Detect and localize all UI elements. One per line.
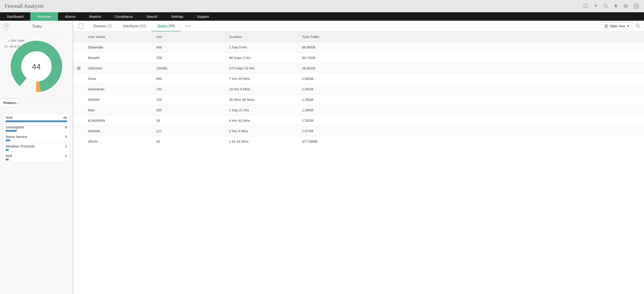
- nav-item-alarms[interactable]: Alarms: [58, 12, 82, 21]
- protocol-row[interactable]: Unassigned8: [4, 123, 69, 133]
- svg-point-4: [604, 4, 607, 7]
- clock-icon[interactable]: [4, 23, 10, 29]
- protocol-bar: [6, 139, 10, 141]
- protocol-count: 2: [65, 144, 67, 148]
- cell-traffic: 477.93MB: [302, 139, 644, 143]
- nav-item-inventory[interactable]: Inventory: [30, 12, 58, 21]
- cell-traffic: 1.68GB: [302, 77, 644, 80]
- tab-count: (46): [168, 24, 175, 28]
- protocol-bar: [6, 120, 67, 122]
- tab-label: Interfaces: [123, 24, 139, 28]
- table-row[interactable]: Mari2031 Day 21 Hrs1.34GB: [73, 105, 644, 115]
- svg-point-14: [636, 24, 639, 27]
- protocol-row[interactable]: Windows Protocols2: [4, 142, 69, 152]
- main-nav: DashboardInventoryAlarmsReportsComplianc…: [0, 12, 644, 21]
- nav-item-support[interactable]: Support: [190, 12, 216, 21]
- gear-icon[interactable]: [623, 3, 628, 9]
- cell-username: Unknown: [84, 66, 156, 70]
- donut-center-value: 44: [32, 62, 41, 71]
- protocol-name: Name Service: [6, 135, 27, 139]
- cell-username: KUMARAN: [84, 119, 156, 122]
- protocol-row[interactable]: Mail2: [4, 152, 69, 162]
- cell-traffic: 28.82GB: [302, 66, 644, 70]
- refresh-indicator-icon[interactable]: [78, 23, 84, 29]
- nav-item-compliance[interactable]: Compliance: [108, 12, 140, 21]
- bell-icon[interactable]: [613, 3, 618, 9]
- view-selector-label: Table View: [610, 24, 625, 28]
- cell-hits: 120: [156, 98, 229, 101]
- grid-icon: [604, 24, 608, 28]
- protocol-bar: [6, 159, 9, 160]
- cell-traffic: 66.74GB: [302, 56, 644, 60]
- nav-item-dashboard[interactable]: Dashboard: [0, 12, 30, 21]
- table-search-icon[interactable]: [635, 23, 640, 29]
- protocol-bar: [6, 130, 16, 132]
- column-header-traffic[interactable]: Total Traffic: [302, 35, 644, 39]
- table-row[interactable]: ASWIM12035 Mins 48 Secs1.35GB: [73, 94, 644, 105]
- nav-item-settings[interactable]: Settings: [164, 12, 190, 21]
- table-row[interactable]: iUnknown184381273 Days 23 Hrs28.82GB: [73, 63, 644, 73]
- row-icon-cell: [73, 139, 84, 143]
- nav-item-search[interactable]: Search: [140, 12, 164, 21]
- tab-interfaces[interactable]: Interfaces (58): [117, 21, 152, 31]
- table-row[interactable]: Deva9937 Hrs 59 Mins1.68GB: [73, 73, 644, 84]
- info-icon[interactable]: i: [77, 66, 80, 70]
- more-tabs-icon[interactable]: •••: [180, 23, 196, 29]
- cell-hits: 184381: [156, 66, 229, 70]
- cell-traffic: 1.35GB: [302, 98, 644, 101]
- protocol-name: Unassigned: [6, 125, 24, 129]
- top-header: Firewall Analyzer: [0, 0, 644, 12]
- view-selector[interactable]: Table View: [602, 23, 632, 29]
- cell-username: Mari: [84, 108, 156, 112]
- row-icon-cell: [73, 108, 84, 112]
- cell-username: ASWIM: [84, 98, 156, 101]
- table-row[interactable]: Revathi70868 Days 2 Hrs66.74GB: [73, 52, 644, 63]
- cell-username: ARUN: [84, 139, 156, 143]
- avatar[interactable]: [633, 3, 640, 9]
- cell-username: Saravanan: [84, 87, 156, 91]
- top-icons: [583, 3, 640, 9]
- table-body: Shyamala4661 Day 9 Hrs66.86GBRevathi7086…: [73, 42, 644, 294]
- table-row[interactable]: KUMARAN164 Hrs 42 Mins1.33GB: [73, 115, 644, 126]
- column-header-duration[interactable]: Duration: [229, 35, 302, 39]
- cell-duration: 2 Hrs 9 Mins: [229, 129, 302, 133]
- row-icon-cell: [73, 98, 84, 101]
- rocket-icon[interactable]: [593, 3, 598, 9]
- row-icon-cell: [73, 87, 84, 91]
- donut-chart[interactable]: 44: [4, 39, 68, 94]
- protocol-count: 2: [65, 154, 67, 158]
- cell-username: Deva: [84, 77, 156, 80]
- svg-marker-1: [585, 5, 586, 6]
- protocol-section-title[interactable]: Protoco...: [0, 98, 17, 107]
- sidebar: Today < 20% Traffic 20 - 80 % Traffic 44…: [0, 21, 73, 294]
- cell-duration: 68 Days 2 Hrs: [229, 56, 302, 60]
- cell-duration: 1 Day 9 Hrs: [229, 45, 302, 49]
- cell-hits: 16: [156, 119, 229, 122]
- search-icon[interactable]: [603, 3, 608, 9]
- svg-line-15: [638, 26, 640, 27]
- protocol-row[interactable]: Name Service3: [4, 133, 69, 142]
- protocol-row[interactable]: Web46: [4, 114, 69, 123]
- table-row[interactable]: Saravanan74319 Hrs 5 Mins1.45GB: [73, 84, 644, 94]
- column-header-username[interactable]: User Name: [84, 35, 156, 39]
- cell-duration: 1 Hr 14 Mins: [229, 139, 302, 143]
- cell-duration: 1 Day 21 Hrs: [229, 108, 302, 112]
- protocol-bar: [6, 149, 9, 151]
- nav-item-reports[interactable]: Reports: [82, 12, 108, 21]
- cell-traffic: 1.45GB: [302, 87, 644, 91]
- table-row[interactable]: ARUN401 Hr 14 Mins477.93MB: [73, 136, 644, 147]
- tab-users[interactable]: Users (46): [152, 21, 180, 31]
- cell-hits: 743: [156, 87, 229, 91]
- table-row[interactable]: GNANA1122 Hrs 9 Mins1.07GB: [73, 126, 644, 136]
- row-icon-cell: [73, 77, 84, 80]
- cell-hits: 40: [156, 139, 229, 143]
- table-row[interactable]: Shyamala4661 Day 9 Hrs66.86GB: [73, 42, 644, 52]
- tab-devices[interactable]: Devices (7): [88, 21, 117, 31]
- presentation-icon[interactable]: [583, 3, 588, 9]
- column-header-hits[interactable]: Hits: [156, 35, 229, 39]
- tab-label: Users: [157, 24, 168, 28]
- chevron-down-icon: [627, 25, 629, 27]
- protocol-count: 8: [65, 125, 67, 129]
- protocol-name: Web: [6, 116, 13, 119]
- svg-line-5: [606, 7, 608, 8]
